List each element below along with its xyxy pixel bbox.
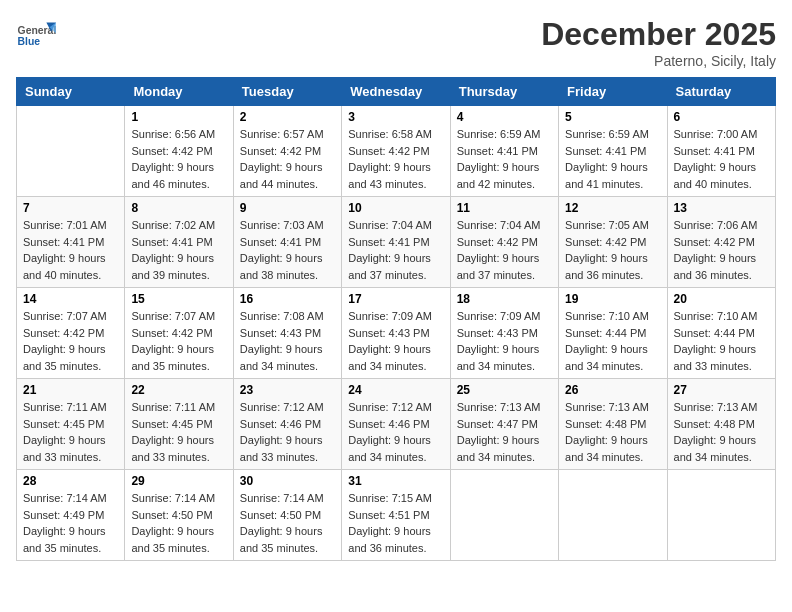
logo: General Blue (16, 16, 60, 56)
day-info: Sunrise: 6:59 AM Sunset: 4:41 PM Dayligh… (565, 126, 660, 192)
day-info: Sunrise: 7:02 AM Sunset: 4:41 PM Dayligh… (131, 217, 226, 283)
day-number: 25 (457, 383, 552, 397)
day-info: Sunrise: 7:15 AM Sunset: 4:51 PM Dayligh… (348, 490, 443, 556)
calendar-cell: 28Sunrise: 7:14 AM Sunset: 4:49 PM Dayli… (17, 470, 125, 561)
day-info: Sunrise: 7:12 AM Sunset: 4:46 PM Dayligh… (348, 399, 443, 465)
day-info: Sunrise: 7:11 AM Sunset: 4:45 PM Dayligh… (131, 399, 226, 465)
calendar-cell: 26Sunrise: 7:13 AM Sunset: 4:48 PM Dayli… (559, 379, 667, 470)
calendar-week-row: 28Sunrise: 7:14 AM Sunset: 4:49 PM Dayli… (17, 470, 776, 561)
day-number: 30 (240, 474, 335, 488)
day-number: 9 (240, 201, 335, 215)
day-number: 16 (240, 292, 335, 306)
calendar-cell: 16Sunrise: 7:08 AM Sunset: 4:43 PM Dayli… (233, 288, 341, 379)
day-number: 4 (457, 110, 552, 124)
day-info: Sunrise: 7:08 AM Sunset: 4:43 PM Dayligh… (240, 308, 335, 374)
calendar-cell: 9Sunrise: 7:03 AM Sunset: 4:41 PM Daylig… (233, 197, 341, 288)
calendar-cell: 23Sunrise: 7:12 AM Sunset: 4:46 PM Dayli… (233, 379, 341, 470)
weekday-header-saturday: Saturday (667, 78, 775, 106)
calendar-cell: 2Sunrise: 6:57 AM Sunset: 4:42 PM Daylig… (233, 106, 341, 197)
day-info: Sunrise: 7:09 AM Sunset: 4:43 PM Dayligh… (457, 308, 552, 374)
calendar-cell: 12Sunrise: 7:05 AM Sunset: 4:42 PM Dayli… (559, 197, 667, 288)
calendar-cell: 21Sunrise: 7:11 AM Sunset: 4:45 PM Dayli… (17, 379, 125, 470)
day-number: 13 (674, 201, 769, 215)
calendar-cell (17, 106, 125, 197)
day-number: 28 (23, 474, 118, 488)
calendar-cell: 6Sunrise: 7:00 AM Sunset: 4:41 PM Daylig… (667, 106, 775, 197)
day-info: Sunrise: 6:57 AM Sunset: 4:42 PM Dayligh… (240, 126, 335, 192)
day-info: Sunrise: 7:10 AM Sunset: 4:44 PM Dayligh… (565, 308, 660, 374)
day-info: Sunrise: 7:01 AM Sunset: 4:41 PM Dayligh… (23, 217, 118, 283)
day-info: Sunrise: 7:09 AM Sunset: 4:43 PM Dayligh… (348, 308, 443, 374)
day-number: 12 (565, 201, 660, 215)
day-number: 14 (23, 292, 118, 306)
calendar-cell: 20Sunrise: 7:10 AM Sunset: 4:44 PM Dayli… (667, 288, 775, 379)
calendar-cell: 3Sunrise: 6:58 AM Sunset: 4:42 PM Daylig… (342, 106, 450, 197)
location-subtitle: Paterno, Sicily, Italy (541, 53, 776, 69)
title-area: December 2025 Paterno, Sicily, Italy (541, 16, 776, 69)
calendar-week-row: 14Sunrise: 7:07 AM Sunset: 4:42 PM Dayli… (17, 288, 776, 379)
day-number: 15 (131, 292, 226, 306)
calendar-table: SundayMondayTuesdayWednesdayThursdayFrid… (16, 77, 776, 561)
weekday-header-friday: Friday (559, 78, 667, 106)
day-number: 27 (674, 383, 769, 397)
day-info: Sunrise: 7:04 AM Sunset: 4:41 PM Dayligh… (348, 217, 443, 283)
day-number: 10 (348, 201, 443, 215)
day-number: 20 (674, 292, 769, 306)
weekday-header-row: SundayMondayTuesdayWednesdayThursdayFrid… (17, 78, 776, 106)
calendar-cell: 7Sunrise: 7:01 AM Sunset: 4:41 PM Daylig… (17, 197, 125, 288)
day-number: 8 (131, 201, 226, 215)
day-info: Sunrise: 7:11 AM Sunset: 4:45 PM Dayligh… (23, 399, 118, 465)
calendar-cell: 31Sunrise: 7:15 AM Sunset: 4:51 PM Dayli… (342, 470, 450, 561)
calendar-cell: 14Sunrise: 7:07 AM Sunset: 4:42 PM Dayli… (17, 288, 125, 379)
day-number: 31 (348, 474, 443, 488)
calendar-cell: 24Sunrise: 7:12 AM Sunset: 4:46 PM Dayli… (342, 379, 450, 470)
calendar-cell: 10Sunrise: 7:04 AM Sunset: 4:41 PM Dayli… (342, 197, 450, 288)
calendar-cell: 5Sunrise: 6:59 AM Sunset: 4:41 PM Daylig… (559, 106, 667, 197)
day-info: Sunrise: 7:04 AM Sunset: 4:42 PM Dayligh… (457, 217, 552, 283)
day-info: Sunrise: 7:13 AM Sunset: 4:48 PM Dayligh… (565, 399, 660, 465)
calendar-week-row: 21Sunrise: 7:11 AM Sunset: 4:45 PM Dayli… (17, 379, 776, 470)
weekday-header-wednesday: Wednesday (342, 78, 450, 106)
day-info: Sunrise: 7:07 AM Sunset: 4:42 PM Dayligh… (131, 308, 226, 374)
day-number: 7 (23, 201, 118, 215)
day-number: 2 (240, 110, 335, 124)
day-number: 1 (131, 110, 226, 124)
day-info: Sunrise: 7:13 AM Sunset: 4:48 PM Dayligh… (674, 399, 769, 465)
day-info: Sunrise: 7:03 AM Sunset: 4:41 PM Dayligh… (240, 217, 335, 283)
day-number: 18 (457, 292, 552, 306)
calendar-cell: 19Sunrise: 7:10 AM Sunset: 4:44 PM Dayli… (559, 288, 667, 379)
day-number: 23 (240, 383, 335, 397)
weekday-header-tuesday: Tuesday (233, 78, 341, 106)
day-number: 6 (674, 110, 769, 124)
day-info: Sunrise: 7:12 AM Sunset: 4:46 PM Dayligh… (240, 399, 335, 465)
day-info: Sunrise: 6:56 AM Sunset: 4:42 PM Dayligh… (131, 126, 226, 192)
day-info: Sunrise: 6:58 AM Sunset: 4:42 PM Dayligh… (348, 126, 443, 192)
calendar-cell: 22Sunrise: 7:11 AM Sunset: 4:45 PM Dayli… (125, 379, 233, 470)
calendar-cell: 30Sunrise: 7:14 AM Sunset: 4:50 PM Dayli… (233, 470, 341, 561)
day-info: Sunrise: 6:59 AM Sunset: 4:41 PM Dayligh… (457, 126, 552, 192)
day-number: 19 (565, 292, 660, 306)
calendar-cell: 4Sunrise: 6:59 AM Sunset: 4:41 PM Daylig… (450, 106, 558, 197)
day-info: Sunrise: 7:06 AM Sunset: 4:42 PM Dayligh… (674, 217, 769, 283)
calendar-week-row: 1Sunrise: 6:56 AM Sunset: 4:42 PM Daylig… (17, 106, 776, 197)
day-number: 17 (348, 292, 443, 306)
weekday-header-monday: Monday (125, 78, 233, 106)
day-info: Sunrise: 7:05 AM Sunset: 4:42 PM Dayligh… (565, 217, 660, 283)
calendar-cell (450, 470, 558, 561)
calendar-cell: 8Sunrise: 7:02 AM Sunset: 4:41 PM Daylig… (125, 197, 233, 288)
weekday-header-thursday: Thursday (450, 78, 558, 106)
calendar-cell: 15Sunrise: 7:07 AM Sunset: 4:42 PM Dayli… (125, 288, 233, 379)
calendar-cell: 13Sunrise: 7:06 AM Sunset: 4:42 PM Dayli… (667, 197, 775, 288)
calendar-cell: 17Sunrise: 7:09 AM Sunset: 4:43 PM Dayli… (342, 288, 450, 379)
month-title: December 2025 (541, 16, 776, 53)
page-header: General Blue December 2025 Paterno, Sici… (16, 16, 776, 69)
day-number: 26 (565, 383, 660, 397)
calendar-cell (559, 470, 667, 561)
day-number: 11 (457, 201, 552, 215)
calendar-cell: 11Sunrise: 7:04 AM Sunset: 4:42 PM Dayli… (450, 197, 558, 288)
day-info: Sunrise: 7:13 AM Sunset: 4:47 PM Dayligh… (457, 399, 552, 465)
calendar-cell (667, 470, 775, 561)
calendar-cell: 25Sunrise: 7:13 AM Sunset: 4:47 PM Dayli… (450, 379, 558, 470)
day-info: Sunrise: 7:14 AM Sunset: 4:49 PM Dayligh… (23, 490, 118, 556)
day-number: 3 (348, 110, 443, 124)
